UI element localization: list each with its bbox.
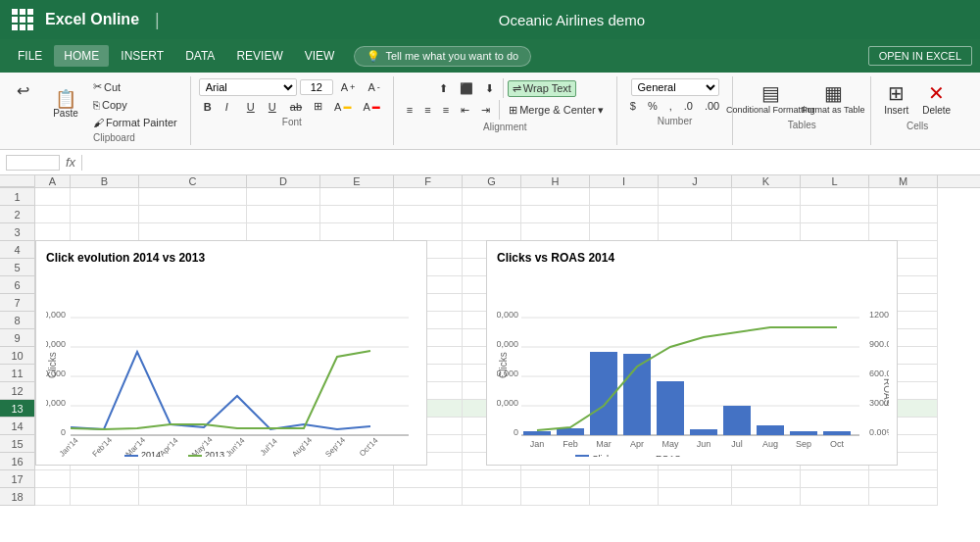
tell-me-input[interactable]: 💡 Tell me what you want to do [354, 46, 531, 67]
grid-cell[interactable] [463, 488, 521, 506]
grid-cell[interactable] [463, 470, 521, 488]
row-number[interactable]: 18 [0, 488, 35, 506]
row-number[interactable]: 3 [0, 223, 35, 241]
row-number[interactable]: 15 [0, 435, 35, 453]
fill-color-button[interactable]: A▬ [329, 99, 356, 115]
col-e[interactable]: E [320, 175, 394, 187]
cell-reference-input[interactable] [6, 155, 60, 171]
grid-cell[interactable] [732, 470, 801, 488]
strikethrough-button[interactable]: ab [285, 99, 307, 115]
grid-cell[interactable] [394, 488, 463, 506]
grid-cell[interactable] [521, 470, 590, 488]
col-b[interactable]: B [71, 175, 139, 187]
grid-cell[interactable] [732, 188, 801, 206]
grid-cell[interactable] [590, 470, 659, 488]
grid-cell[interactable] [139, 188, 247, 206]
row-number[interactable]: 14 [0, 418, 35, 435]
app-grid-icon[interactable] [12, 9, 33, 30]
grid-cell[interactable] [869, 206, 938, 223]
menu-file[interactable]: FILE [8, 45, 52, 67]
grid-cell[interactable] [320, 223, 394, 241]
grid-cell[interactable] [35, 488, 71, 506]
grid-cell[interactable] [869, 488, 938, 506]
grid-cell[interactable] [71, 488, 139, 506]
format-as-table-button[interactable]: ▦ Format as Table [804, 78, 862, 118]
cut-button[interactable]: ✂ Cut [88, 78, 182, 95]
grid-cell[interactable] [71, 188, 139, 206]
row-number[interactable]: 9 [0, 329, 35, 347]
grid-cell[interactable] [732, 223, 801, 241]
decrease-indent-button[interactable]: ⇤ [456, 102, 474, 119]
grid-cell[interactable] [139, 206, 247, 223]
align-bottom-button[interactable]: ⬇ [480, 80, 499, 97]
align-top-button[interactable]: ⬆ [434, 80, 453, 97]
grid-cell[interactable] [869, 223, 938, 241]
grid-cell[interactable] [801, 470, 869, 488]
row-number[interactable]: 17 [0, 470, 35, 488]
underline-button[interactable]: U [242, 99, 262, 115]
col-m[interactable]: M [869, 175, 938, 187]
grid-cell[interactable] [71, 206, 139, 223]
align-right-button[interactable]: ≡ [438, 102, 454, 118]
row-number[interactable]: 16 [0, 453, 35, 470]
grid-cell[interactable] [521, 206, 590, 223]
double-underline-button[interactable]: U [264, 99, 283, 115]
grid-cell[interactable] [463, 206, 521, 223]
grid-cell[interactable] [247, 206, 320, 223]
open-in-excel-button[interactable]: OPEN IN EXCEL [868, 46, 972, 66]
grid-cell[interactable] [394, 206, 463, 223]
wrap-text-button[interactable]: ⇌ Wrap Text [508, 80, 576, 97]
grid-cell[interactable] [247, 223, 320, 241]
col-f[interactable]: F [394, 175, 463, 187]
grid-cell[interactable] [247, 470, 320, 488]
grid-cell[interactable] [659, 470, 732, 488]
format-painter-button[interactable]: 🖌 Format Painter [88, 115, 182, 130]
grid-cell[interactable] [801, 223, 869, 241]
col-l[interactable]: L [801, 175, 869, 187]
row-number[interactable]: 8 [0, 312, 35, 329]
grid-cell[interactable] [801, 488, 869, 506]
row-number[interactable]: 1 [0, 188, 35, 206]
grid-cell[interactable] [659, 488, 732, 506]
grid-cell[interactable] [394, 188, 463, 206]
grid-cell[interactable] [247, 488, 320, 506]
grid-cell[interactable] [869, 470, 938, 488]
align-center-button[interactable]: ≡ [419, 102, 435, 118]
col-a[interactable]: A [35, 175, 71, 187]
percent-button[interactable]: % [643, 98, 662, 114]
grid-cell[interactable] [320, 488, 394, 506]
grid-cell[interactable] [801, 206, 869, 223]
grid-cell[interactable] [590, 206, 659, 223]
formula-input[interactable] [88, 156, 974, 170]
conditional-formatting-button[interactable]: ▤ Conditional Formatting [741, 78, 800, 118]
comma-button[interactable]: , [664, 98, 677, 114]
bold-button[interactable]: B [199, 99, 219, 115]
col-h[interactable]: H [521, 175, 590, 187]
row-number[interactable]: 2 [0, 206, 35, 223]
grid-cell[interactable] [35, 223, 71, 241]
grid-cell[interactable] [869, 188, 938, 206]
row-number[interactable]: 7 [0, 294, 35, 312]
grid-cell[interactable] [521, 223, 590, 241]
grid-cell[interactable] [139, 223, 247, 241]
row-number[interactable]: 10 [0, 347, 35, 365]
col-i[interactable]: I [590, 175, 659, 187]
menu-home[interactable]: HOME [54, 45, 109, 67]
insert-button[interactable]: ⊞ Insert [879, 78, 913, 119]
col-j[interactable]: J [659, 175, 732, 187]
grid-cell[interactable] [71, 223, 139, 241]
grid-cell[interactable] [394, 223, 463, 241]
col-d[interactable]: D [247, 175, 320, 187]
grid-cell[interactable] [247, 188, 320, 206]
italic-button[interactable]: I [220, 99, 240, 115]
decrease-decimal-button[interactable]: .0 [679, 98, 698, 114]
decrease-font-button[interactable]: A- [363, 79, 384, 95]
font-name-select[interactable]: Arial [199, 78, 297, 96]
increase-decimal-button[interactable]: .00 [700, 98, 724, 114]
menu-data[interactable]: DATA [175, 45, 224, 67]
col-g[interactable]: G [463, 175, 521, 187]
grid-cell[interactable] [659, 188, 732, 206]
grid-cell[interactable] [139, 488, 247, 506]
menu-view[interactable]: VIEW [295, 45, 345, 67]
col-c[interactable]: C [139, 175, 247, 187]
